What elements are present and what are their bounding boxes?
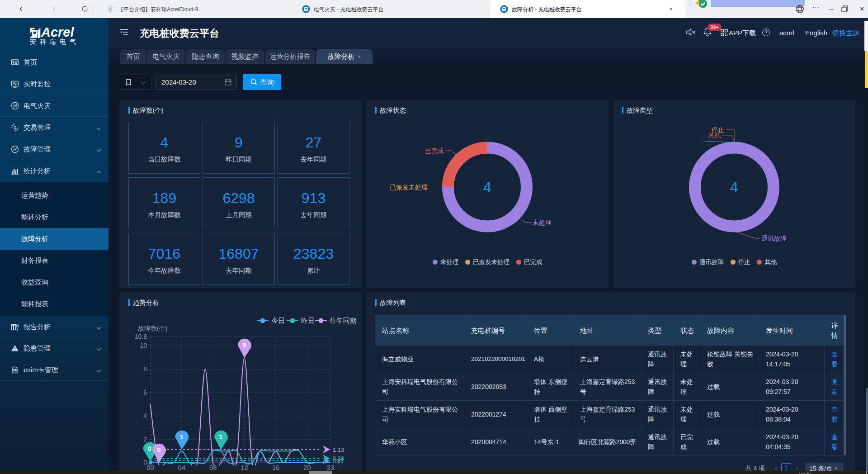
svg-text:时: 时: [336, 458, 343, 465]
svg-text:往年同期: 往年同期: [330, 317, 357, 324]
svg-text:1: 1: [219, 433, 223, 441]
svg-text:20: 20: [303, 464, 311, 471]
svg-text:4: 4: [730, 179, 738, 195]
svg-text:4: 4: [483, 179, 491, 195]
svg-text:未处理: 未处理: [533, 219, 552, 226]
svg-text:00: 00: [146, 464, 154, 471]
svg-text:通讯故障: 通讯故障: [761, 235, 787, 242]
svg-text:已完成: 已完成: [425, 147, 444, 154]
svg-text:16: 16: [272, 464, 280, 471]
svg-text:12: 12: [241, 464, 248, 471]
svg-text:昨日: 昨日: [301, 317, 315, 324]
svg-text:10.8: 10.8: [135, 333, 147, 340]
svg-text:故障数(个): 故障数(个): [138, 325, 167, 332]
svg-text:今日: 今日: [271, 317, 285, 324]
svg-text:0: 0: [148, 445, 151, 452]
svg-text:2: 2: [143, 436, 147, 443]
svg-text:1.13: 1.13: [333, 446, 344, 453]
svg-text:04: 04: [178, 464, 186, 471]
svg-text:8: 8: [143, 365, 147, 373]
svg-text:6: 6: [143, 389, 147, 396]
svg-text:1: 1: [180, 433, 184, 441]
svg-text:已派发未处理: 已派发未处理: [390, 184, 428, 191]
svg-text:4: 4: [143, 412, 147, 419]
svg-text:0: 0: [157, 446, 161, 454]
svg-text:10: 10: [140, 342, 147, 349]
svg-text:9: 9: [243, 341, 246, 349]
svg-text:其他: 其他: [708, 132, 721, 139]
svg-text:23: 23: [327, 464, 335, 471]
